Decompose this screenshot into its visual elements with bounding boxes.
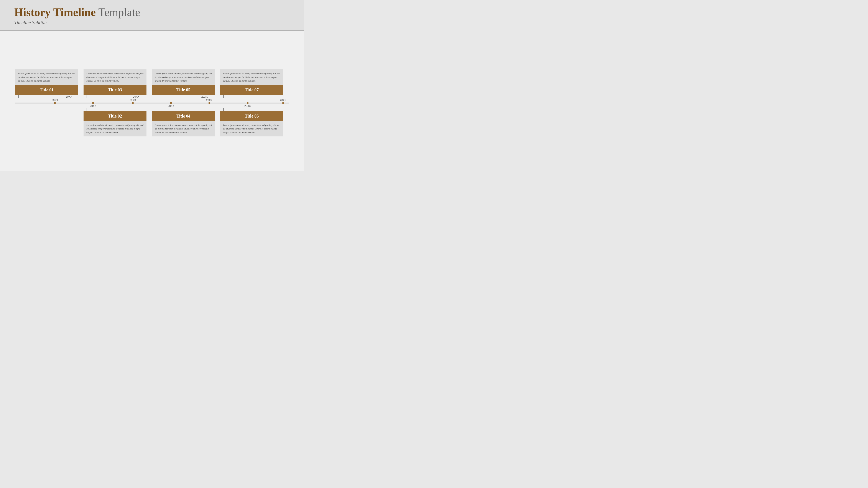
upper-item-5: Lorem ipsum dolor sit amet, consectetur …	[152, 69, 189, 98]
title-light: Template	[96, 6, 140, 19]
lower-item-4: Title 04 Lorem ipsum dolor sit amet, con…	[152, 108, 189, 137]
lower-section: Title 02 Lorem ipsum dolor sit amet, con…	[15, 108, 289, 137]
date-label-3: 20XX	[129, 98, 136, 101]
text-box-5: Lorem ipsum dolor sit amet, consectetur …	[152, 69, 215, 85]
date-3-below: 20XX	[133, 95, 139, 98]
date-label-1: 20XX	[52, 98, 58, 101]
upper-item-1: Lorem ipsum dolor sit amet, consectetur …	[15, 69, 52, 98]
title-bold: History Timeline	[14, 6, 96, 19]
title-box-6: Title 06	[220, 111, 283, 121]
dot-7	[282, 102, 284, 104]
page-title: History Timeline Template	[14, 6, 289, 19]
date-1-below: 20XX	[66, 95, 72, 98]
text-box-6: Lorem ipsum dolor sit amet, consectetur …	[220, 121, 283, 137]
upper-item-7: Lorem ipsum dolor sit amet, consectetur …	[220, 69, 257, 98]
upper-item-3: Lorem ipsum dolor sit amet, consectetur …	[84, 69, 120, 98]
lower-item-2: Title 02 Lorem ipsum dolor sit amet, con…	[84, 108, 120, 137]
text-box-1: Lorem ipsum dolor sit amet, consectetur …	[15, 69, 78, 85]
dot-4	[170, 102, 172, 104]
text-box-4: Lorem ipsum dolor sit amet, consectetur …	[152, 121, 215, 137]
dot-3	[132, 102, 134, 104]
text-box-2: Lorem ipsum dolor sit amet, consectetur …	[84, 121, 147, 137]
title-box-5: Title 05	[152, 85, 215, 95]
date-label-2: 20XX	[90, 104, 96, 107]
dot-2	[92, 102, 94, 104]
header: History Timeline Template Timeline Subti…	[0, 0, 304, 31]
title-box-3: Title 03	[84, 85, 147, 95]
text-box-7: Lorem ipsum dolor sit amet, consectetur …	[220, 69, 283, 85]
upper-section: Lorem ipsum dolor sit amet, consectetur …	[15, 69, 289, 98]
page-subtitle: Timeline Subtitle	[14, 20, 289, 25]
date-label-7: 20XX	[280, 98, 286, 101]
timeline-container: Lorem ipsum dolor sit amet, consectetur …	[9, 69, 295, 136]
title-box-4: Title 04	[152, 111, 215, 121]
title-box-7: Title 07	[220, 85, 283, 95]
title-box-2: Title 02	[84, 111, 147, 121]
title-box-1: Title 01	[15, 85, 78, 95]
date-label-4: 20XX	[168, 104, 174, 107]
text-box-3: Lorem ipsum dolor sit amet, consectetur …	[84, 69, 147, 85]
dot-6	[247, 102, 249, 104]
dot-5	[208, 102, 210, 104]
lower-item-6: Title 06 Lorem ipsum dolor sit amet, con…	[220, 108, 257, 137]
dot-1	[54, 102, 56, 104]
timeline-axis: 20XX 20XX 20XX 20XX 20XX	[15, 98, 289, 108]
date-label-5: 20XX	[206, 98, 212, 101]
date-5-below: 20XX	[202, 95, 208, 98]
date-label-6: 20XX	[244, 104, 251, 107]
main-content: Lorem ipsum dolor sit amet, consectetur …	[0, 31, 304, 171]
